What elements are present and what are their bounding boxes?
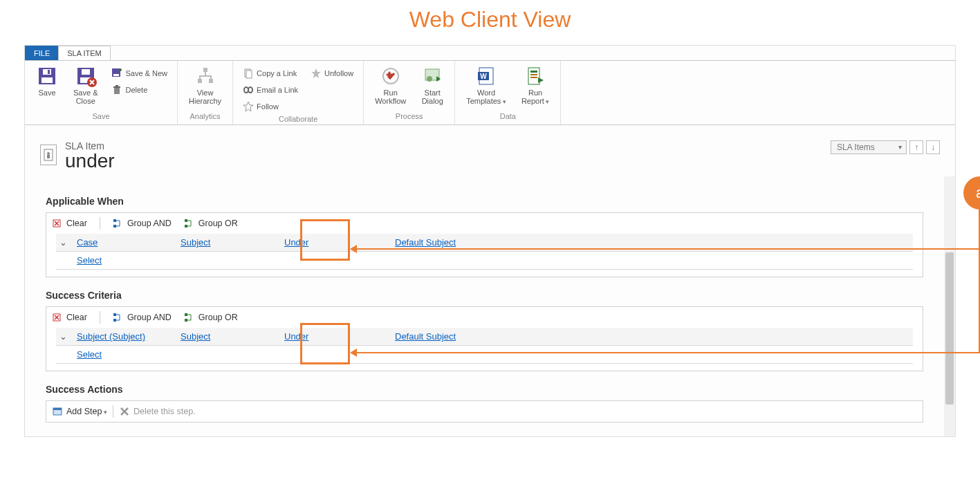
- add-step-button[interactable]: Add Step: [52, 406, 107, 417]
- svg-rect-44: [113, 319, 116, 322]
- svg-rect-39: [113, 225, 116, 228]
- clause-attribute-link[interactable]: Subject: [181, 237, 210, 248]
- expand-toggle[interactable]: ⌄: [56, 331, 70, 342]
- group-and-button[interactable]: Group AND: [113, 312, 172, 323]
- email-link-button[interactable]: Email a Link: [240, 83, 301, 97]
- clear-icon: [52, 218, 63, 229]
- svg-rect-10: [114, 88, 120, 94]
- select-link[interactable]: Select: [77, 255, 102, 266]
- word-templates-label: Word Templates: [466, 89, 506, 105]
- save-new-icon: [111, 68, 122, 79]
- applicable-when-box: Clear Group AND Group OR ⌄ Case: [46, 212, 923, 277]
- run-workflow-icon: [380, 65, 402, 87]
- svg-rect-13: [203, 68, 207, 72]
- svg-text:W: W: [480, 73, 487, 80]
- clause-entity-link[interactable]: Subject (Subject): [77, 331, 145, 342]
- group-and-label: Group AND: [127, 219, 172, 228]
- svg-rect-6: [82, 69, 90, 75]
- unfollow-button[interactable]: Unfollow: [308, 66, 356, 80]
- success-criteria-clause-row: ⌄ Subject (Subject) Subject Under Defaul…: [56, 328, 913, 346]
- clear-button[interactable]: Clear: [52, 218, 87, 229]
- svg-rect-30: [530, 71, 537, 73]
- save-new-button[interactable]: Save & New: [109, 66, 170, 80]
- delete-step-label: Delete this step.: [133, 407, 196, 416]
- clause-value-link[interactable]: Default Subject: [395, 331, 456, 342]
- svg-rect-14: [198, 79, 202, 83]
- svg-marker-33: [538, 77, 544, 83]
- start-dialog-icon: [421, 65, 443, 87]
- svg-rect-15: [209, 79, 213, 83]
- ribbon-group-save: Save Save & Close Save & New: [25, 61, 178, 124]
- tab-sla-item[interactable]: SLA ITEM: [58, 46, 111, 60]
- word-templates-button[interactable]: W Word Templates: [462, 64, 510, 106]
- clause-operator-link[interactable]: Under: [284, 331, 308, 342]
- group-or-button[interactable]: Group OR: [184, 218, 238, 229]
- add-step-icon: [52, 406, 63, 417]
- clause-entity-link[interactable]: Case: [77, 237, 98, 248]
- follow-icon: [243, 101, 254, 112]
- nav-next-button[interactable]: ↓: [926, 140, 940, 154]
- delete-step-button[interactable]: Delete this step.: [119, 406, 196, 417]
- ribbon-group-collaborate-title: Collaborate: [279, 113, 317, 123]
- success-actions-box: Add Step Delete this step.: [46, 400, 923, 423]
- applicable-when-toolbar: Clear Group AND Group OR: [46, 213, 923, 234]
- tab-file[interactable]: FILE: [25, 46, 59, 60]
- ribbon-group-data: W Word Templates Run Report Data: [455, 61, 561, 124]
- scrollbar-thumb[interactable]: [945, 252, 954, 405]
- save-close-icon: [75, 65, 97, 87]
- clause-operator-link[interactable]: Under: [284, 237, 308, 248]
- group-or-label: Group OR: [198, 313, 238, 322]
- delete-label: Delete: [125, 86, 147, 94]
- start-dialog-button[interactable]: Start Dialog: [417, 64, 447, 106]
- clear-icon: [52, 312, 63, 323]
- select-link[interactable]: Select: [77, 349, 102, 360]
- group-and-icon: [113, 312, 124, 323]
- run-report-icon: [524, 65, 546, 87]
- email-link-icon: [243, 84, 254, 95]
- svg-point-24: [427, 76, 432, 82]
- expand-toggle[interactable]: ⌄: [56, 237, 70, 248]
- copy-link-icon: [243, 68, 254, 79]
- ribbon-group-analytics: View Hierarchy Analytics: [178, 61, 233, 124]
- run-report-label: Run Report: [521, 89, 550, 105]
- save-button[interactable]: Save: [32, 64, 62, 98]
- vertical-scrollbar[interactable]: [944, 176, 955, 436]
- section-applicable-when-heading: Applicable When: [46, 196, 923, 207]
- group-and-icon: [113, 218, 124, 229]
- svg-rect-31: [530, 74, 537, 75]
- follow-button[interactable]: Follow: [240, 100, 301, 113]
- delete-button[interactable]: Delete: [109, 83, 170, 97]
- svg-point-19: [248, 87, 252, 93]
- run-workflow-button[interactable]: Run Workflow: [371, 64, 410, 106]
- group-or-icon: [184, 218, 195, 229]
- copy-link-button[interactable]: Copy a Link: [240, 66, 301, 80]
- svg-rect-1: [41, 77, 53, 83]
- save-close-button[interactable]: Save & Close: [69, 64, 102, 106]
- word-templates-icon: W: [475, 65, 497, 87]
- ribbon-group-process-title: Process: [396, 111, 423, 120]
- run-report-button[interactable]: Run Report: [517, 64, 554, 106]
- toolbar-divider: [113, 405, 113, 418]
- group-and-button[interactable]: Group AND: [113, 218, 172, 229]
- clause-attribute-link[interactable]: Subject: [181, 331, 210, 342]
- record-set-picker[interactable]: SLA Items: [831, 140, 907, 154]
- page-banner-title: Web Client View: [0, 0, 980, 45]
- email-link-label: Email a Link: [257, 86, 298, 94]
- clear-label: Clear: [66, 313, 87, 322]
- clause-value-link[interactable]: Default Subject: [395, 237, 456, 248]
- success-criteria-select-row: Select: [56, 346, 913, 364]
- clear-button[interactable]: Clear: [52, 312, 87, 323]
- svg-rect-11: [113, 86, 120, 88]
- nav-prev-button[interactable]: ↑: [909, 140, 923, 154]
- svg-rect-12: [115, 85, 118, 86]
- follow-label: Follow: [257, 102, 279, 111]
- svg-rect-32: [530, 77, 537, 78]
- view-hierarchy-label: View Hierarchy: [189, 89, 221, 105]
- form-header: SLA Item under SLA Items ↑ ↓: [25, 125, 955, 176]
- run-workflow-label: Run Workflow: [375, 89, 406, 105]
- group-or-button[interactable]: Group OR: [184, 312, 238, 323]
- content-area: Applicable When Clear Group AND Group OR: [25, 176, 944, 436]
- view-hierarchy-button[interactable]: View Hierarchy: [185, 64, 225, 106]
- group-or-label: Group OR: [198, 219, 238, 228]
- toolbar-divider: [100, 311, 100, 324]
